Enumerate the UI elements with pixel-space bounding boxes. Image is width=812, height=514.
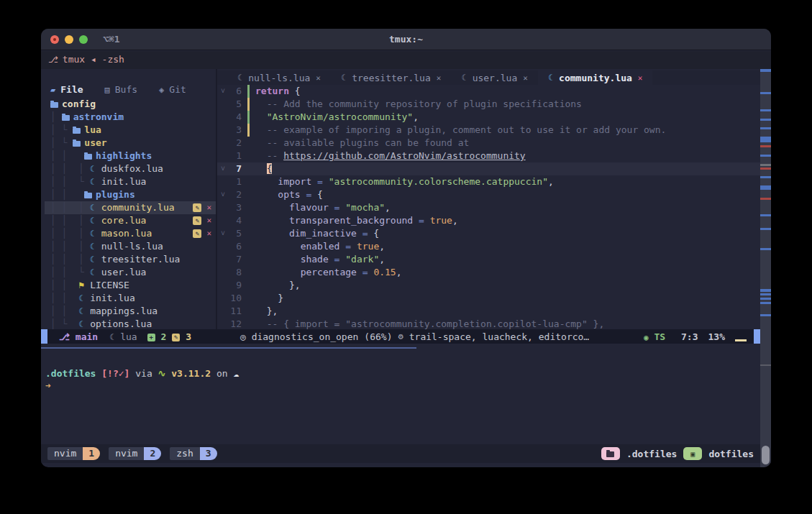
fold-chevron-icon[interactable]: ˅: [217, 266, 229, 279]
line-number: 9: [229, 279, 247, 292]
fold-chevron-icon[interactable]: ˅: [217, 150, 229, 162]
git-branch[interactable]: ⎇ main: [59, 331, 98, 342]
tree-row[interactable]: │ │ highlights✎✕: [45, 150, 216, 162]
tree-guides: │ │ │: [50, 214, 90, 227]
code-line: ˅6return {: [217, 85, 760, 98]
tmux-window-tab[interactable]: zsh3: [170, 447, 216, 460]
scrollbar-mark: [760, 145, 771, 147]
diagnostics-status: ◎ diagnostics_on_open: [240, 331, 358, 342]
scroll-underscore-indicator: [735, 339, 747, 341]
tree-row[interactable]: config✎✕: [45, 98, 216, 111]
tree-row[interactable]: │ └ ☾options.lua✎✕: [45, 318, 216, 329]
modified-icon: ✎: [172, 334, 180, 341]
code-text: percentage = 0.15,: [255, 266, 402, 279]
buffer-tab-label: user.lua: [473, 73, 518, 83]
code-line: ˅7 shade = "dark",: [217, 253, 760, 266]
buffer-tab[interactable]: ☾user.lua✕: [451, 70, 537, 85]
tree-row[interactable]: │ │ │ ☾community.lua✎✕: [45, 201, 216, 214]
tree-row[interactable]: │ └ lua✎✕: [45, 124, 216, 137]
tree-guides: │ │: [50, 188, 84, 201]
tree-row[interactable]: │ │ │ ☾mason.lua✎✕: [45, 227, 216, 240]
fold-chevron-icon[interactable]: ˅: [217, 305, 229, 318]
tree-row[interactable]: │ │ │ ☾duskfox.lua✎✕: [45, 162, 216, 175]
tree-row[interactable]: │ │ plugins✎✕: [45, 188, 216, 201]
tree-guides: │ └: [50, 124, 73, 137]
folder-icon: [606, 451, 614, 457]
scrollbar-mark: [760, 198, 771, 200]
line-number: 3: [229, 124, 247, 137]
code-line: ˅1 import = "astrocommunity.colorscheme.…: [217, 175, 760, 188]
fold-chevron-icon[interactable]: ˅: [217, 188, 229, 201]
fold-chevron-icon[interactable]: ˅: [217, 85, 229, 98]
fold-chevron-icon[interactable]: ˅: [217, 292, 229, 305]
lua-file-icon: ☾: [461, 73, 466, 83]
cursor-position: 7:3: [681, 331, 698, 342]
prompt-arrow[interactable]: ➜: [45, 380, 51, 391]
tmux-window-number: 3: [200, 447, 217, 460]
code-line: ˅3 flavour = "mocha",: [217, 201, 760, 214]
tree-row[interactable]: │ │ ☾init.lua✎✕: [45, 292, 216, 305]
close-tab-icon[interactable]: ✕: [523, 73, 528, 83]
file-type-icon: ☾: [78, 305, 89, 318]
source-tab-label: Bufs: [115, 84, 137, 95]
tree-guides: │ │ │: [50, 162, 90, 175]
buffer-tab[interactable]: ☾community.lua✕: [538, 70, 653, 85]
source-tab-icon: ▰: [50, 85, 55, 95]
fold-chevron-icon[interactable]: ˅: [217, 318, 229, 329]
code-text: -- { import = "astrocommunity.completion…: [255, 318, 604, 329]
code-line: ˅4 "AstroNvim/astrocommunity",: [217, 111, 760, 124]
prompt-directory: .dotfiles: [45, 368, 96, 379]
fold-chevron-icon[interactable]: ˅: [217, 124, 229, 137]
code-text: enabled = true,: [255, 240, 385, 253]
window-title: tmux:~: [41, 34, 771, 45]
editor-code-area[interactable]: ˅6return {˅5 -- Add the community reposi…: [217, 85, 760, 329]
fold-chevron-icon[interactable]: ˅: [217, 201, 229, 214]
neotree-source-tab[interactable]: ▤Bufs: [105, 84, 138, 95]
fold-chevron-icon[interactable]: ˅: [217, 98, 229, 111]
fold-chevron-icon[interactable]: ˅: [217, 214, 229, 227]
scrollbar-track[interactable]: [760, 69, 771, 467]
tmux-window-tab[interactable]: nvim2: [109, 447, 161, 460]
gitsign-bar: [247, 318, 250, 329]
neotree-source-tab[interactable]: ▰File: [50, 84, 83, 95]
tree-row[interactable]: │ │ └ ☾user.lua✎✕: [45, 266, 216, 279]
tmux-window-tab[interactable]: nvim1: [47, 447, 100, 460]
fold-chevron-icon[interactable]: ˅: [217, 175, 229, 188]
close-buffer-icon[interactable]: ✕: [206, 201, 211, 214]
line-number: 3: [229, 201, 247, 214]
tree-row[interactable]: │ │ │ ☾treesitter.lua✎✕: [45, 253, 216, 266]
tree-row[interactable]: │ │ ⚑LICENSE✎✕: [45, 279, 216, 292]
tree-row[interactable]: │ │ │ ☾null-ls.lua✎✕: [45, 240, 216, 253]
fold-chevron-icon[interactable]: ˅: [217, 162, 229, 175]
tree-row[interactable]: │ │ │ ☾core.lua✎✕: [45, 214, 216, 227]
close-tab-icon[interactable]: ✕: [638, 73, 643, 83]
fold-chevron-icon[interactable]: ˅: [217, 253, 229, 266]
tree-row[interactable]: │ └ user✎✕: [45, 137, 216, 150]
fold-chevron-icon[interactable]: ˅: [217, 279, 229, 292]
close-buffer-icon[interactable]: ✕: [206, 214, 211, 227]
file-type-icon: ☾: [90, 214, 101, 227]
fold-chevron-icon[interactable]: ˅: [217, 137, 229, 150]
tree-guides: │ │ │: [50, 253, 90, 266]
tree-item-label: LICENSE: [90, 279, 129, 292]
close-buffer-icon[interactable]: ✕: [206, 227, 211, 240]
file-type-icon: ☾: [90, 227, 101, 240]
fold-chevron-icon[interactable]: ˅: [217, 111, 229, 124]
file-type-icon: ☾: [90, 175, 101, 188]
gitsign-bar: [247, 292, 250, 305]
close-tab-icon[interactable]: ✕: [316, 73, 321, 83]
tree-item-label: lua: [84, 124, 101, 137]
scrollbar-thumb[interactable]: [762, 446, 770, 464]
file-type-icon: ☾: [90, 240, 101, 253]
tree-row[interactable]: │ │ ☾mappings.lua✎✕: [45, 305, 216, 318]
fold-chevron-icon[interactable]: ˅: [217, 240, 229, 253]
fold-chevron-icon[interactable]: ˅: [217, 227, 229, 240]
tree-row[interactable]: │ astronvim✎✕: [45, 111, 216, 124]
neotree-source-tab[interactable]: ◈Git: [159, 84, 186, 95]
close-tab-icon[interactable]: ✕: [437, 73, 442, 83]
buffer-tab[interactable]: ☾treesitter.lua✕: [331, 70, 451, 85]
file-type-icon: [73, 139, 83, 147]
buffer-tab[interactable]: ☾null-ls.lua✕: [227, 70, 331, 85]
tree-row[interactable]: │ │ └ ☾init.lua✎✕: [45, 175, 216, 188]
lua-file-icon: ☾: [548, 73, 553, 83]
